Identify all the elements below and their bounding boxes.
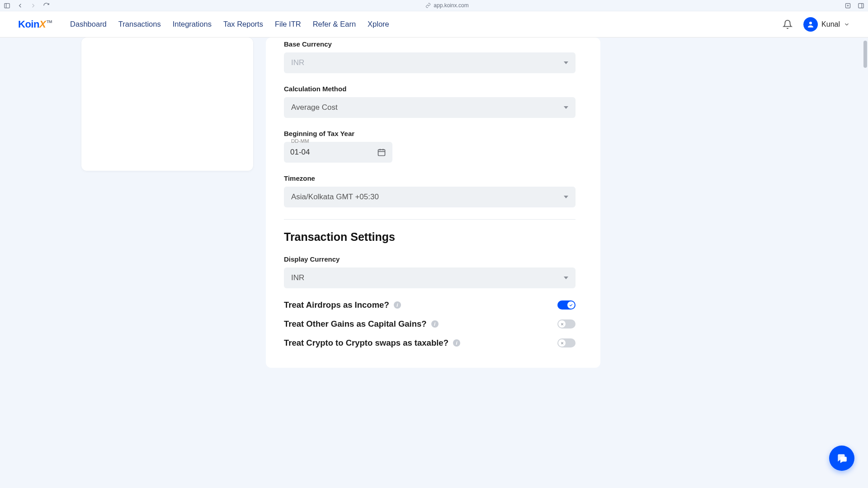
share-icon[interactable]	[844, 2, 851, 9]
svg-rect-5	[859, 3, 863, 8]
chat-icon	[836, 452, 848, 464]
timezone-label: Timezone	[284, 174, 576, 182]
nav-refer-earn[interactable]: Refer & Earn	[313, 20, 356, 28]
toggle-airdrops[interactable]	[557, 300, 576, 310]
calc-method-select[interactable]: Average Cost	[284, 97, 576, 118]
calendar-icon[interactable]	[377, 148, 386, 157]
app-header: KoinXTM Dashboard Transactions Integrati…	[0, 11, 868, 38]
base-currency-select: INR	[284, 52, 576, 73]
scrollbar[interactable]	[863, 41, 867, 68]
user-menu[interactable]: Kunal	[803, 17, 850, 32]
address-bar[interactable]: app.koinx.com	[50, 2, 844, 9]
caret-down-icon	[564, 196, 568, 198]
x-icon	[560, 341, 564, 345]
page-body: Base Currency INR Calculation Method Ave…	[0, 38, 868, 488]
calc-method-group: Calculation Method Average Cost	[284, 85, 576, 118]
nav-integrations[interactable]: Integrations	[173, 20, 212, 28]
notifications-icon[interactable]	[783, 19, 793, 29]
display-currency-label: Display Currency	[284, 255, 576, 263]
base-currency-label: Base Currency	[284, 40, 576, 48]
address-text: app.koinx.com	[434, 2, 468, 9]
left-panel	[81, 38, 253, 171]
forward-icon[interactable]	[30, 2, 37, 9]
toggle-airdrops-label: Treat Airdrops as Income?	[284, 300, 389, 310]
panels-icon[interactable]	[858, 2, 864, 9]
x-icon	[560, 322, 564, 326]
nav-file-itr[interactable]: File ITR	[275, 20, 301, 28]
nav-xplore[interactable]: Xplore	[368, 20, 389, 28]
back-icon[interactable]	[17, 2, 24, 9]
browser-chrome: app.koinx.com	[0, 0, 868, 11]
display-currency-select[interactable]: INR	[284, 267, 576, 288]
sidebar-toggle-icon[interactable]	[4, 2, 10, 9]
caret-down-icon	[564, 106, 568, 109]
avatar	[803, 17, 818, 32]
calc-method-label: Calculation Method	[284, 85, 576, 93]
toggle-other-gains-row: Treat Other Gains as Capital Gains? i	[284, 319, 576, 329]
timezone-select[interactable]: Asia/Kolkata GMT +05:30	[284, 187, 576, 207]
toggle-swaps-row: Treat Crypto to Crypto swaps as taxable?…	[284, 338, 576, 348]
chat-button[interactable]	[829, 446, 854, 471]
toggle-swaps[interactable]	[557, 338, 576, 347]
reload-icon[interactable]	[43, 2, 50, 9]
main-nav: Dashboard Transactions Integrations Tax …	[70, 20, 389, 28]
caret-down-icon	[564, 61, 568, 64]
svg-point-7	[809, 22, 812, 24]
transaction-settings-title: Transaction Settings	[284, 230, 576, 244]
toggle-airdrops-row: Treat Airdrops as Income? i	[284, 300, 576, 310]
toggle-other-gains[interactable]	[557, 319, 576, 328]
settings-panel: Base Currency INR Calculation Method Ave…	[266, 38, 600, 368]
svg-rect-0	[5, 3, 9, 8]
nav-dashboard[interactable]: Dashboard	[70, 20, 107, 28]
nav-tax-reports[interactable]: Tax Reports	[223, 20, 263, 28]
tax-year-input[interactable]: 01-04	[284, 142, 392, 163]
toggle-swaps-label: Treat Crypto to Crypto swaps as taxable?	[284, 338, 448, 348]
link-icon	[425, 3, 431, 8]
date-format-hint: DD-MM	[289, 138, 311, 144]
chevron-down-icon	[844, 21, 850, 28]
divider	[284, 219, 576, 220]
toggle-other-gains-label: Treat Other Gains as Capital Gains?	[284, 319, 427, 329]
brand-logo[interactable]: KoinXTM	[18, 19, 52, 30]
info-icon[interactable]: i	[453, 339, 460, 347]
check-icon	[569, 303, 573, 307]
caret-down-icon	[564, 277, 568, 279]
tax-year-label: Beginning of Tax Year	[284, 130, 576, 137]
base-currency-group: Base Currency INR	[284, 40, 576, 73]
info-icon[interactable]: i	[431, 320, 439, 328]
username: Kunal	[821, 20, 840, 28]
timezone-group: Timezone Asia/Kolkata GMT +05:30	[284, 174, 576, 207]
info-icon[interactable]: i	[394, 301, 401, 309]
nav-transactions[interactable]: Transactions	[118, 20, 161, 28]
display-currency-group: Display Currency INR	[284, 255, 576, 288]
tax-year-group: Beginning of Tax Year DD-MM 01-04	[284, 130, 576, 163]
svg-rect-8	[378, 150, 385, 155]
